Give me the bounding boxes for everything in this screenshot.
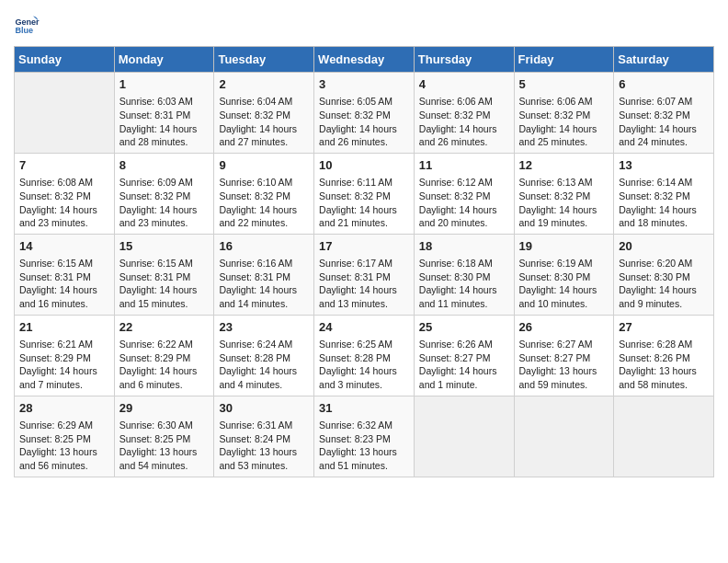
day-info: Sunrise: 6:04 AM	[219, 95, 309, 109]
day-number: 3	[319, 76, 409, 93]
calendar-cell: 27Sunrise: 6:28 AMSunset: 8:26 PMDayligh…	[614, 315, 714, 396]
day-info: and 11 minutes.	[419, 297, 509, 311]
day-info: Sunset: 8:30 PM	[519, 270, 609, 284]
day-number: 25	[419, 319, 509, 336]
day-info: Sunset: 8:25 PM	[119, 432, 210, 446]
day-number: 6	[619, 76, 709, 93]
day-number: 17	[319, 238, 409, 255]
day-info: Daylight: 14 hours	[19, 283, 109, 297]
day-info: and 22 minutes.	[219, 216, 309, 230]
day-info: and 51 minutes.	[319, 459, 409, 473]
day-info: Sunrise: 6:24 AM	[219, 338, 309, 351]
day-info: and 28 minutes.	[119, 135, 210, 149]
day-info: Sunrise: 6:29 AM	[19, 419, 109, 432]
day-info: Sunrise: 6:15 AM	[119, 257, 210, 270]
day-info: Daylight: 14 hours	[319, 203, 409, 217]
calendar-cell: 19Sunrise: 6:19 AMSunset: 8:30 PMDayligh…	[514, 234, 614, 315]
day-number: 9	[219, 157, 309, 174]
day-info: Daylight: 13 hours	[19, 445, 109, 459]
day-info: Sunset: 8:31 PM	[219, 270, 309, 284]
calendar-cell: 14Sunrise: 6:15 AMSunset: 8:31 PMDayligh…	[15, 234, 115, 315]
day-info: Daylight: 13 hours	[219, 445, 309, 459]
day-info: Daylight: 14 hours	[619, 283, 709, 297]
weekday-header-saturday: Saturday	[614, 47, 714, 73]
day-info: Daylight: 14 hours	[319, 364, 409, 378]
day-info: and 23 minutes.	[119, 216, 210, 230]
day-info: and 24 minutes.	[619, 135, 709, 149]
day-number: 30	[219, 400, 309, 417]
calendar-cell: 10Sunrise: 6:11 AMSunset: 8:32 PMDayligh…	[314, 153, 415, 234]
day-info: Sunset: 8:31 PM	[119, 109, 210, 122]
day-info: Sunset: 8:25 PM	[19, 432, 109, 446]
day-info: Sunset: 8:32 PM	[319, 109, 409, 122]
day-info: Sunset: 8:32 PM	[219, 190, 309, 203]
day-number: 14	[19, 238, 109, 255]
day-number: 26	[519, 319, 609, 336]
day-info: Sunrise: 6:28 AM	[619, 338, 709, 351]
calendar-cell: 4Sunrise: 6:06 AMSunset: 8:32 PMDaylight…	[414, 73, 514, 154]
day-info: Sunrise: 6:17 AM	[319, 257, 409, 270]
calendar-cell: 8Sunrise: 6:09 AMSunset: 8:32 PMDaylight…	[114, 153, 214, 234]
calendar-cell: 24Sunrise: 6:25 AMSunset: 8:28 PMDayligh…	[314, 315, 415, 396]
svg-text:Blue: Blue	[15, 26, 33, 35]
calendar-cell: 22Sunrise: 6:22 AMSunset: 8:29 PMDayligh…	[114, 315, 214, 396]
calendar-cell: 23Sunrise: 6:24 AMSunset: 8:28 PMDayligh…	[214, 315, 314, 396]
day-info: and 1 minute.	[419, 378, 509, 392]
calendar-week-2: 7Sunrise: 6:08 AMSunset: 8:32 PMDaylight…	[15, 153, 714, 234]
day-number: 8	[119, 157, 210, 174]
day-info: Sunset: 8:26 PM	[619, 351, 709, 365]
day-info: Sunrise: 6:25 AM	[319, 338, 409, 351]
page-header: General Blue	[14, 9, 714, 39]
day-number: 21	[19, 319, 109, 336]
calendar-header: SundayMondayTuesdayWednesdayThursdayFrid…	[15, 47, 714, 73]
calendar-cell: 2Sunrise: 6:04 AMSunset: 8:32 PMDaylight…	[214, 73, 314, 154]
day-info: Sunset: 8:30 PM	[619, 270, 709, 284]
day-info: Sunrise: 6:13 AM	[519, 176, 609, 190]
day-number: 11	[419, 157, 509, 174]
day-info: Daylight: 14 hours	[119, 283, 210, 297]
calendar-cell: 3Sunrise: 6:05 AMSunset: 8:32 PMDaylight…	[314, 73, 415, 154]
calendar-cell: 1Sunrise: 6:03 AMSunset: 8:31 PMDaylight…	[114, 73, 214, 154]
calendar-cell: 30Sunrise: 6:31 AMSunset: 8:24 PMDayligh…	[214, 396, 314, 477]
day-info: Sunrise: 6:12 AM	[419, 176, 509, 190]
day-info: Daylight: 13 hours	[319, 445, 409, 459]
day-info: Sunrise: 6:06 AM	[419, 95, 509, 109]
day-number: 29	[119, 400, 210, 417]
calendar-cell: 28Sunrise: 6:29 AMSunset: 8:25 PMDayligh…	[15, 396, 115, 477]
day-number: 16	[219, 238, 309, 255]
day-info: Sunset: 8:24 PM	[219, 432, 309, 446]
day-info: Sunset: 8:31 PM	[319, 270, 409, 284]
day-info: and 56 minutes.	[19, 459, 109, 473]
day-info: Sunset: 8:32 PM	[19, 190, 109, 203]
day-info: and 13 minutes.	[319, 297, 409, 311]
day-number: 20	[619, 238, 709, 255]
day-number: 5	[519, 76, 609, 93]
calendar-table: SundayMondayTuesdayWednesdayThursdayFrid…	[14, 46, 714, 477]
day-info: Sunrise: 6:16 AM	[219, 257, 309, 270]
day-info: and 10 minutes.	[519, 297, 609, 311]
day-info: Sunrise: 6:05 AM	[319, 95, 409, 109]
day-info: Sunrise: 6:20 AM	[619, 257, 709, 270]
day-info: Sunrise: 6:06 AM	[519, 95, 609, 109]
calendar-week-5: 28Sunrise: 6:29 AMSunset: 8:25 PMDayligh…	[15, 396, 714, 477]
day-info: Daylight: 14 hours	[419, 122, 509, 136]
day-info: and 27 minutes.	[219, 135, 309, 149]
day-info: Sunrise: 6:10 AM	[219, 176, 309, 190]
day-info: Sunrise: 6:09 AM	[119, 176, 210, 190]
day-info: Sunrise: 6:26 AM	[419, 338, 509, 351]
weekday-header-wednesday: Wednesday	[314, 47, 415, 73]
day-number: 31	[319, 400, 409, 417]
day-number: 27	[619, 319, 709, 336]
calendar-week-4: 21Sunrise: 6:21 AMSunset: 8:29 PMDayligh…	[15, 315, 714, 396]
day-info: Sunset: 8:32 PM	[319, 190, 409, 203]
calendar-cell: 17Sunrise: 6:17 AMSunset: 8:31 PMDayligh…	[314, 234, 415, 315]
day-number: 18	[419, 238, 509, 255]
day-number: 22	[119, 319, 210, 336]
day-info: Daylight: 14 hours	[219, 283, 309, 297]
calendar-cell	[614, 396, 714, 477]
day-info: and 15 minutes.	[119, 297, 210, 311]
day-info: Sunset: 8:32 PM	[219, 109, 309, 122]
day-info: Daylight: 14 hours	[519, 203, 609, 217]
day-info: Sunset: 8:32 PM	[619, 109, 709, 122]
day-info: and 19 minutes.	[519, 216, 609, 230]
